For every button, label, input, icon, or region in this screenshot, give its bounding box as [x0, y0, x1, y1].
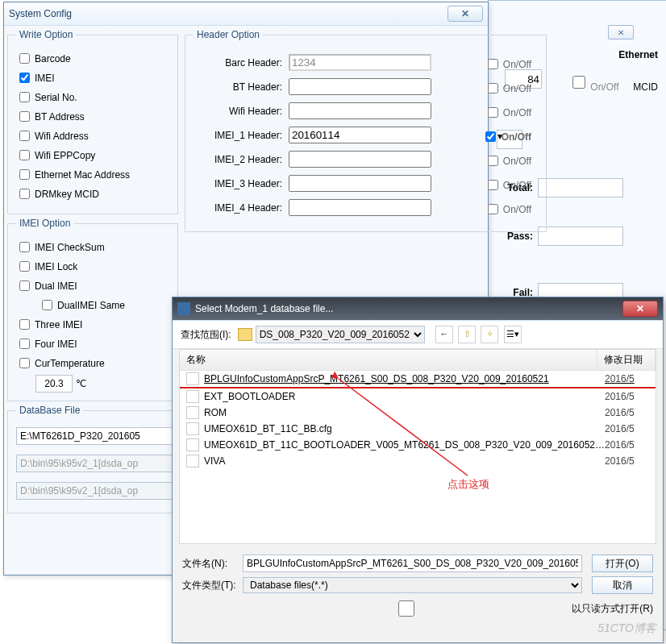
- up-icon[interactable]: ⇧: [458, 326, 476, 343]
- database-file-legend: DataBase File: [16, 405, 83, 416]
- bt-label: BT Address: [35, 111, 85, 123]
- onoff-bg-check[interactable]: [572, 74, 585, 90]
- imei2-header-label: IMEI_2 Header:: [194, 154, 289, 165]
- file-date: 2016/5: [605, 373, 649, 384]
- file-item[interactable]: UMEOX61D_BT_11C_BOOTLOADER_V005_MT6261_D…: [180, 437, 656, 453]
- serial-check[interactable]: [19, 92, 30, 102]
- new-folder-icon[interactable]: ✧: [481, 326, 498, 343]
- wifi-onoff[interactable]: [488, 107, 498, 118]
- imei-option-legend: IMEI Option: [16, 218, 73, 229]
- imei3-onoff[interactable]: [488, 180, 498, 190]
- cancel-button[interactable]: 取消: [592, 576, 653, 594]
- wifiepp-check[interactable]: [19, 150, 30, 160]
- col-name[interactable]: 名称: [180, 350, 597, 370]
- header-option-legend: Header Option: [194, 29, 263, 40]
- file-item[interactable]: VIVA2016/5: [180, 453, 656, 469]
- curtemp-check[interactable]: [19, 358, 30, 368]
- db-path-3: [16, 482, 177, 500]
- imei1-onoff[interactable]: [485, 131, 496, 142]
- folder-icon: [238, 328, 252, 341]
- close-button[interactable]: ✕: [447, 6, 483, 22]
- view-menu-icon[interactable]: ☰▾: [504, 326, 522, 343]
- file-name: EXT_BOOTLOADER: [204, 391, 605, 402]
- file-name: VIVA: [204, 455, 605, 467]
- eth-check[interactable]: [19, 169, 30, 180]
- app-icon: [177, 302, 190, 315]
- filename-field[interactable]: [243, 555, 582, 572]
- filetype-dropdown[interactable]: Database files(*.*): [243, 577, 582, 593]
- ethernet-label: Ethernet: [618, 49, 658, 60]
- col-date[interactable]: 修改日期: [597, 350, 656, 370]
- lookin-label: 查找范围(I):: [181, 328, 231, 342]
- total-field[interactable]: [538, 178, 623, 197]
- back-icon[interactable]: ←: [435, 326, 453, 343]
- imei2-header-field[interactable]: [289, 151, 431, 168]
- file-date: 2016/5: [605, 407, 649, 418]
- bt-header-field[interactable]: [289, 78, 431, 95]
- dual-same-label: DualIMEI Same: [57, 300, 125, 311]
- three-imei-label: Three IMEI: [35, 319, 82, 330]
- file-icon: [186, 422, 199, 435]
- db-path-1[interactable]: [16, 427, 177, 445]
- imei-checksum-check[interactable]: [19, 242, 30, 252]
- dialog-close-button[interactable]: ✕: [622, 301, 658, 317]
- file-icon: [186, 455, 199, 467]
- imei4-header-label: IMEI_4 Header:: [194, 202, 289, 214]
- imei-lock-check[interactable]: [19, 261, 30, 272]
- dialog-title: Select Modem_1 database file...: [195, 303, 622, 314]
- imei3-header-field[interactable]: [289, 175, 431, 192]
- readonly-check[interactable]: [246, 600, 567, 617]
- barc-onoff[interactable]: [488, 59, 498, 69]
- close-icon[interactable]: ✕: [608, 25, 634, 39]
- wifi-check[interactable]: [19, 131, 30, 141]
- drm-check[interactable]: [19, 189, 30, 199]
- dual-same-check[interactable]: [42, 300, 52, 310]
- imei-lock-label: IMEI Lock: [35, 261, 77, 272]
- mcid-label: MCID: [633, 81, 658, 93]
- onoff-bg: On/Off: [569, 72, 618, 93]
- dual-imei-check[interactable]: [19, 280, 30, 291]
- dual-imei-label: Dual IMEI: [35, 280, 77, 292]
- wifiepp-label: Wifi EPPCopy: [35, 150, 95, 161]
- file-name: UMEOX61D_BT_11C_BOOTLOADER_V005_MT6261_D…: [204, 439, 605, 451]
- curtemp-field[interactable]: [35, 375, 73, 393]
- eth-label: Ethernet Mac Address: [35, 169, 130, 181]
- readonly-label: 以只读方式打开(R): [572, 602, 653, 616]
- imei4-onoff[interactable]: [488, 204, 498, 214]
- file-item[interactable]: BPLGUInfoCustomAppSrcP_MT6261_S00_DS_008…: [180, 371, 656, 388]
- open-button[interactable]: 打开(O): [592, 555, 653, 572]
- imei1-header-label: IMEI_1 Header:: [194, 130, 289, 141]
- file-date: 2016/5: [605, 391, 649, 402]
- barcode-check[interactable]: [19, 53, 30, 64]
- curtemp-label: CurTemperature: [35, 358, 105, 369]
- bt-onoff[interactable]: [488, 83, 498, 93]
- file-date: 2016/5: [605, 423, 649, 434]
- imei-check[interactable]: [19, 73, 30, 83]
- file-name: BPLGUInfoCustomAppSrcP_MT6261_S00_DS_008…: [204, 373, 605, 384]
- three-imei-check[interactable]: [19, 319, 30, 330]
- four-imei-label: Four IMEI: [35, 339, 77, 350]
- file-item[interactable]: ROM2016/5: [180, 405, 656, 421]
- wifi-header-field[interactable]: [289, 102, 431, 119]
- drm-label: DRMkey MCID: [35, 189, 99, 200]
- bt-check[interactable]: [19, 111, 30, 122]
- filetype-label: 文件类型(T):: [182, 579, 243, 592]
- imei4-header-field[interactable]: [289, 199, 431, 216]
- file-item[interactable]: EXT_BOOTLOADER2016/5: [180, 388, 656, 405]
- barcode-label: Barcode: [35, 53, 71, 64]
- wifi-label: Wifi Address: [35, 131, 89, 142]
- file-name: UMEOX61D_BT_11C_BB.cfg: [204, 423, 605, 434]
- imei1-header-field[interactable]: [289, 127, 431, 143]
- four-imei-check[interactable]: [19, 339, 30, 349]
- lookin-dropdown[interactable]: DS_008_P320_V20_009_2016052: [256, 326, 425, 343]
- file-list[interactable]: 名称 修改日期 BPLGUInfoCustomAppSrcP_MT6261_S0…: [179, 349, 656, 544]
- temp-unit: ℃: [76, 378, 86, 389]
- pass-field[interactable]: [538, 226, 623, 246]
- file-item[interactable]: UMEOX61D_BT_11C_BB.cfg2016/5: [180, 421, 656, 437]
- barc-header-field: [289, 54, 431, 71]
- barc-header-label: Barc Header:: [194, 57, 289, 69]
- imei2-onoff[interactable]: [488, 156, 498, 166]
- write-option-legend: Write Option: [16, 29, 76, 40]
- watermark: 51CTO博客: [597, 621, 656, 636]
- database-file-group: DataBase File: [7, 405, 186, 513]
